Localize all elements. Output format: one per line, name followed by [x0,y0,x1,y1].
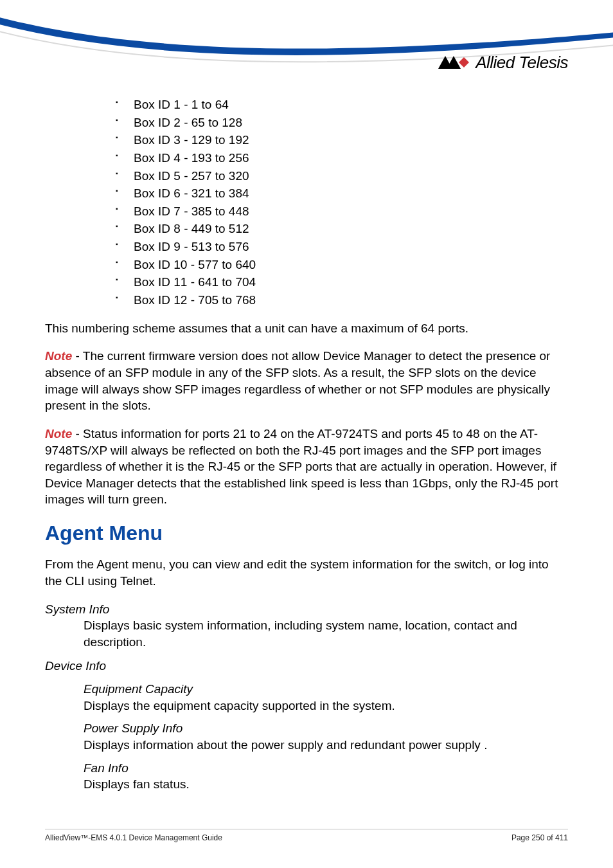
page-header: Allied Telesis [45,0,568,90]
svg-marker-2 [459,57,469,68]
list-item: Box ID 10 - 577 to 640 [116,257,568,273]
list-item: Box ID 6 - 321 to 384 [116,185,568,202]
box-id-text: Box ID 12 - 705 to 768 [134,293,256,307]
definition-system-info: System Info Displays basic system inform… [45,601,568,651]
paragraph-numbering: This numbering scheme assumes that a uni… [45,320,568,337]
box-id-text: Box ID 8 - 449 to 512 [134,222,249,235]
section-intro: From the Agent menu, you can view and ed… [45,556,568,589]
note-1: Note - The current firmware version does… [45,348,568,414]
section-heading-agent-menu: Agent Menu [45,520,568,547]
note-label: Note [45,427,72,440]
definition-term: Device Info [45,658,568,674]
note-label: Note [45,349,72,363]
box-id-text: Box ID 2 - 65 to 128 [134,116,242,129]
box-id-text: Box ID 3 - 129 to 192 [134,133,249,147]
list-item: Box ID 11 - 641 to 704 [116,274,568,291]
definition-body: Displays basic system information, inclu… [84,617,568,650]
heading-text: Agent Menu [45,521,163,545]
list-item: Box ID 5 - 257 to 320 [116,168,568,185]
paragraph-text: From the Agent menu, you can view and ed… [45,557,549,588]
box-id-text: Box ID 11 - 641 to 704 [134,275,256,289]
sub-definition-term: Power Supply Info [84,720,568,737]
box-id-text: Box ID 6 - 321 to 384 [134,186,249,200]
sub-definition-body: Displays fan status. [84,776,568,793]
note-body: - The current firmware version does not … [45,349,550,412]
paragraph-text: This numbering scheme assumes that a uni… [45,321,468,335]
sub-definition-term: Equipment Capacity [84,681,568,698]
note-2: Note - Status information for ports 21 t… [45,426,568,508]
list-item: Box ID 1 - 1 to 64 [116,96,568,113]
list-item: Box ID 7 - 385 to 448 [116,203,568,220]
list-item: Box ID 9 - 513 to 576 [116,239,568,255]
box-id-text: Box ID 5 - 257 to 320 [134,169,249,183]
box-id-text: Box ID 7 - 385 to 448 [134,204,249,218]
box-id-text: Box ID 4 - 193 to 256 [134,151,249,165]
page-content: Box ID 1 - 1 to 64 Box ID 2 - 65 to 128 … [45,90,568,793]
page-footer: AlliedView™-EMS 4.0.1 Device Management … [45,829,568,842]
box-id-text: Box ID 9 - 513 to 576 [134,240,249,253]
definition-device-info: Device Info Equipment Capacity Displays … [45,658,568,792]
footer-left: AlliedView™-EMS 4.0.1 Device Management … [45,833,222,842]
box-id-text: Box ID 1 - 1 to 64 [134,98,229,111]
sub-definition-body: Displays information about the power sup… [84,737,568,754]
brand-name: Allied Telesis [475,53,568,73]
box-id-text: Box ID 10 - 577 to 640 [134,258,256,271]
list-item: Box ID 12 - 705 to 768 [116,292,568,309]
page: Allied Telesis Box ID 1 - 1 to 64 Box ID… [0,0,613,868]
brand-logo: Allied Telesis [438,53,568,73]
box-id-list: Box ID 1 - 1 to 64 Box ID 2 - 65 to 128 … [116,96,568,309]
definition-term: System Info [45,601,568,618]
brand-mark-icon [438,55,472,71]
footer-right: Page 250 of 411 [511,833,568,842]
sub-definition-body: Displays the equipment capacity supporte… [84,698,568,714]
list-item: Box ID 2 - 65 to 128 [116,114,568,131]
list-item: Box ID 8 - 449 to 512 [116,221,568,237]
list-item: Box ID 3 - 129 to 192 [116,132,568,149]
list-item: Box ID 4 - 193 to 256 [116,150,568,167]
note-body: - Status information for ports 21 to 24 … [45,427,558,507]
sub-definition-term: Fan Info [84,760,568,777]
